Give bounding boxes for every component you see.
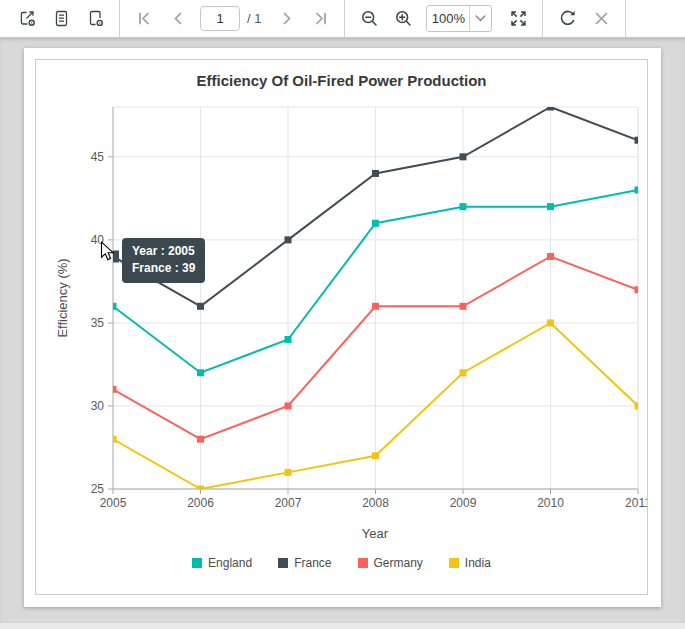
mouse-cursor: [100, 241, 115, 262]
page-settings-icon: [86, 9, 105, 28]
chart-container[interactable]: Efficiency Of Oil-Fired Power Production…: [35, 59, 648, 595]
tooltip-line-year: Year : 2005: [132, 243, 195, 260]
svg-text:2006: 2006: [187, 496, 214, 510]
viewer-toolbar: / 1 100%: [0, 0, 685, 38]
fullscreen-icon: [509, 9, 528, 28]
tooltip: Year : 2005 France : 39: [122, 238, 205, 283]
zoom-level-dropdown[interactable]: 100%: [426, 5, 492, 32]
page-number-input[interactable]: [200, 6, 240, 31]
y-axis-title: Efficiency (%): [55, 258, 70, 337]
zoom-out-button[interactable]: [352, 4, 386, 34]
svg-text:35: 35: [91, 316, 105, 330]
svg-text:2009: 2009: [450, 496, 477, 510]
zoom-out-icon: [360, 9, 379, 28]
tooltip-line-value: France : 39: [132, 260, 195, 277]
last-page-icon: [312, 10, 329, 27]
legend-swatch-france: [278, 558, 288, 568]
svg-text:45: 45: [91, 150, 105, 164]
legend-label-india: India: [465, 556, 491, 570]
previous-page-icon: [170, 10, 187, 27]
next-page-button[interactable]: [269, 4, 303, 34]
next-page-icon: [278, 10, 295, 27]
svg-text:25: 25: [91, 482, 105, 496]
chart-legend: EnglandFranceGermanyIndia: [36, 556, 647, 570]
legend-item-england[interactable]: England: [192, 556, 252, 570]
svg-text:2010: 2010: [537, 496, 564, 510]
legend-item-germany[interactable]: Germany: [358, 556, 423, 570]
zoom-in-icon: [394, 9, 413, 28]
legend-swatch-england: [192, 558, 202, 568]
fullscreen-button[interactable]: [501, 4, 535, 34]
legend-swatch-germany: [358, 558, 368, 568]
previous-page-button[interactable]: [161, 4, 195, 34]
legend-label-england: England: [208, 556, 252, 570]
svg-text:30: 30: [91, 399, 105, 413]
toolbar-separator: [542, 0, 543, 37]
refresh-icon: [558, 9, 577, 28]
toolbar-separator: [344, 0, 345, 37]
close-button[interactable]: [584, 4, 618, 34]
window-bottom-strip: [0, 622, 685, 629]
x-axis-title: Year: [362, 526, 388, 541]
svg-text:2007: 2007: [275, 496, 302, 510]
zoom-level-value: 100%: [427, 11, 469, 26]
legend-label-germany: Germany: [374, 556, 423, 570]
document-page: Efficiency Of Oil-Fired Power Production…: [24, 48, 661, 607]
legend-item-india[interactable]: India: [449, 556, 491, 570]
page-settings-button[interactable]: [78, 4, 112, 34]
document-text-button[interactable]: [44, 4, 78, 34]
close-icon: [593, 10, 610, 27]
svg-text:2005: 2005: [100, 496, 127, 510]
zoom-in-button[interactable]: [386, 4, 420, 34]
legend-item-france[interactable]: France: [278, 556, 331, 570]
legend-swatch-india: [449, 558, 459, 568]
first-page-button[interactable]: [127, 4, 161, 34]
document-viewer-area: Efficiency Of Oil-Fired Power Production…: [0, 38, 685, 629]
export-settings-icon: [18, 9, 37, 28]
last-page-button[interactable]: [303, 4, 337, 34]
refresh-button[interactable]: [550, 4, 584, 34]
first-page-icon: [136, 10, 153, 27]
page-count-label: / 1: [247, 11, 261, 26]
legend-label-france: France: [294, 556, 331, 570]
chart-plot-area[interactable]: 20052006200720082009201020112530354045: [36, 60, 647, 594]
dropdown-chevron-icon: [475, 15, 486, 22]
toolbar-separator: [119, 0, 120, 37]
export-settings-button[interactable]: [10, 4, 44, 34]
svg-text:2008: 2008: [362, 496, 389, 510]
document-text-icon: [52, 9, 71, 28]
svg-text:2011: 2011: [625, 496, 647, 510]
toolbar-separator: [625, 0, 626, 37]
